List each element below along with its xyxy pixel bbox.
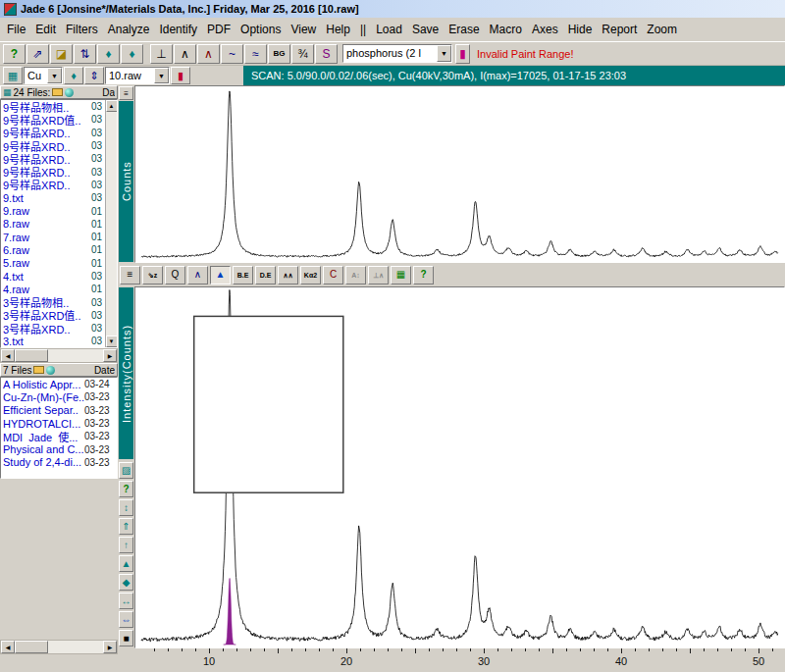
panel-stack-icon[interactable]: ≡ (120, 266, 140, 284)
counts-axis-tab[interactable]: Counts (119, 101, 133, 262)
search-combo[interactable]: phosphorus (2 l ▼ (342, 44, 452, 63)
document-row[interactable]: Cu-Zn-(Mn)-(Fe...03-23 (1, 390, 117, 403)
raw-file-row[interactable]: 9.txt03 (1, 191, 117, 204)
raw-file-row[interactable]: 3号样品XRD值..03 (1, 309, 117, 322)
menu-help[interactable]: Help (321, 21, 355, 38)
scroll-top-icon[interactable]: ⇑ (119, 518, 133, 535)
raw-file-row[interactable]: 9号样品XRD..03 (1, 127, 117, 139)
card-view2-icon[interactable]: ♦ (121, 44, 143, 64)
tile-icon[interactable]: ▦ (3, 67, 23, 84)
scroll-down-arrow-icon[interactable]: ▼ (106, 336, 118, 347)
load-folder-icon[interactable]: ◪ (50, 44, 73, 64)
menu-load[interactable]: Load (371, 21, 407, 38)
a-updown-icon[interactable]: A↕ (345, 266, 366, 284)
peak-up-icon[interactable]: ▲ (119, 555, 133, 572)
paint-range-icon[interactable]: ▮ (455, 44, 470, 64)
doc-list-header[interactable]: 7 Files Date (0, 363, 118, 377)
raw-file-row[interactable]: 9号样品XRD..03 (1, 179, 117, 191)
raw-file-row[interactable]: 3号样品XRD..03 (1, 322, 117, 335)
menu-analyze[interactable]: Analyze (103, 21, 155, 38)
peak-view-icon[interactable]: ▲ (210, 266, 231, 284)
menu-erase[interactable]: Erase (444, 21, 484, 38)
raw-file-row[interactable]: 6.raw01 (1, 243, 117, 256)
raw-file-row[interactable]: 5.raw01 (1, 257, 117, 270)
diamond-spin-icon[interactable]: ♦ (64, 67, 83, 84)
scroll-left-arrow-icon[interactable]: ◀ (1, 641, 15, 653)
erase-range-icon[interactable]: ▮ (171, 67, 190, 84)
menu-separator[interactable]: || (355, 21, 371, 38)
scroll-left-arrow-icon[interactable]: ◀ (1, 349, 15, 362)
document-row[interactable]: Study of 2,4-di...03-23 (1, 456, 117, 469)
menu-view[interactable]: View (286, 21, 321, 38)
file-combo[interactable]: 10.raw ▼ (105, 67, 170, 84)
doc-list-hscrollbar[interactable]: ◀ ▶ (0, 640, 118, 654)
raw-file-row[interactable]: 9号样品物相..03 (1, 100, 117, 113)
raw-file-row[interactable]: 4.txt03 (1, 270, 117, 283)
vertical-scale-icon[interactable]: ↕ (119, 499, 133, 516)
horizontal-scale-icon[interactable]: ⇔ (119, 611, 133, 628)
sm-curve-icon[interactable]: S (315, 44, 338, 64)
panel-stack-icon[interactable]: ≡ (119, 86, 133, 100)
help-icon[interactable]: ? (3, 44, 26, 64)
sphere-icon[interactable] (46, 366, 55, 375)
folder-icon[interactable] (33, 366, 44, 374)
menu-zoom[interactable]: Zoom (642, 21, 682, 38)
menu-hide[interactable]: Hide (563, 21, 598, 38)
file-list-header[interactable]: ▦ 24 Files: Da (0, 85, 118, 99)
card-view-icon[interactable]: ♦ (97, 44, 120, 64)
document-row[interactable]: Physical and C...03-23 (1, 442, 117, 455)
scrollbar-thumb[interactable] (15, 641, 48, 653)
scroll-up-arrow-icon[interactable]: ▲ (106, 100, 118, 112)
grid-view-icon[interactable]: ▦ (391, 266, 411, 284)
intensity-axis-tab[interactable]: Intensity(Counts) (119, 287, 133, 459)
date-column-header[interactable]: Da (102, 87, 115, 98)
profile-fit-icon[interactable]: ∧ (197, 44, 220, 64)
scrollbar-track[interactable] (48, 641, 103, 653)
menu-axes[interactable]: Axes (527, 21, 563, 38)
raw-file-row[interactable]: 9.raw01 (1, 204, 117, 217)
ratio-icon[interactable]: ¾ (291, 44, 314, 64)
raw-file-row[interactable]: 9号样品XRD..03 (1, 139, 117, 152)
anode-combo[interactable]: Cu ▼ (24, 67, 63, 84)
updown-icon[interactable]: ⇕ (84, 67, 104, 84)
file-list-hscrollbar[interactable]: ◀ ▶ (0, 348, 118, 363)
raw-file-row[interactable]: 9号样品XRD..03 (1, 165, 117, 178)
center-icon[interactable]: ◆ (119, 574, 133, 591)
context-help-icon[interactable]: ? (413, 266, 434, 284)
raw-file-row[interactable]: 3号样品物相..03 (1, 295, 117, 308)
kalpha2-icon[interactable]: Kα2 (300, 266, 321, 284)
smooth2-icon[interactable]: ≈ (244, 44, 267, 64)
c-overlay-icon[interactable]: C (323, 266, 343, 284)
scroll-right-arrow-icon[interactable]: ▶ (103, 349, 117, 362)
de-icon[interactable]: D.E (255, 266, 276, 284)
scroll-up-icon[interactable]: ↑ (119, 537, 133, 553)
sphere-icon[interactable] (65, 88, 74, 97)
menu-pdf[interactable]: PDF (202, 21, 236, 38)
menu-file[interactable]: File (2, 21, 30, 38)
menu-options[interactable]: Options (236, 21, 286, 38)
menu-filters[interactable]: Filters (61, 21, 103, 38)
paint-range-tool-icon[interactable]: ▨ (119, 462, 133, 479)
menu-edit[interactable]: Edit (30, 21, 61, 38)
background-icon[interactable]: BG (268, 44, 290, 64)
menu-save[interactable]: Save (407, 21, 444, 38)
anode-combo-arrow-icon[interactable]: ▼ (47, 68, 62, 83)
bars-display-icon[interactable]: ⊥ (150, 44, 173, 64)
file-list-vscrollbar[interactable]: ▲ ▼ (105, 100, 117, 347)
document-row[interactable]: A Holistic Appr...03-24 (1, 378, 117, 390)
date-column-header[interactable]: Date (94, 365, 115, 376)
scroll-right-arrow-icon[interactable]: ▶ (103, 641, 117, 653)
overlay-icon[interactable]: ⇅ (74, 44, 96, 64)
raw-file-row[interactable]: 4.raw01 (1, 283, 117, 295)
menu-identify[interactable]: Identify (154, 21, 202, 38)
scrollbar-thumb[interactable] (15, 349, 48, 362)
document-row[interactable]: Efficient Separ..03-23 (1, 404, 117, 417)
smooth-icon[interactable]: ~ (221, 44, 243, 64)
full-pattern-icon[interactable]: ∧ (187, 266, 208, 284)
raw-file-row[interactable]: 9号样品XRD..03 (1, 152, 117, 165)
open-report-icon[interactable]: ⇗ (26, 44, 49, 64)
stop-icon[interactable]: ■ (119, 630, 133, 646)
profile-display-icon[interactable]: ∧ (174, 44, 196, 64)
menu-report[interactable]: Report (597, 21, 642, 38)
overview-chart[interactable] (134, 85, 785, 263)
